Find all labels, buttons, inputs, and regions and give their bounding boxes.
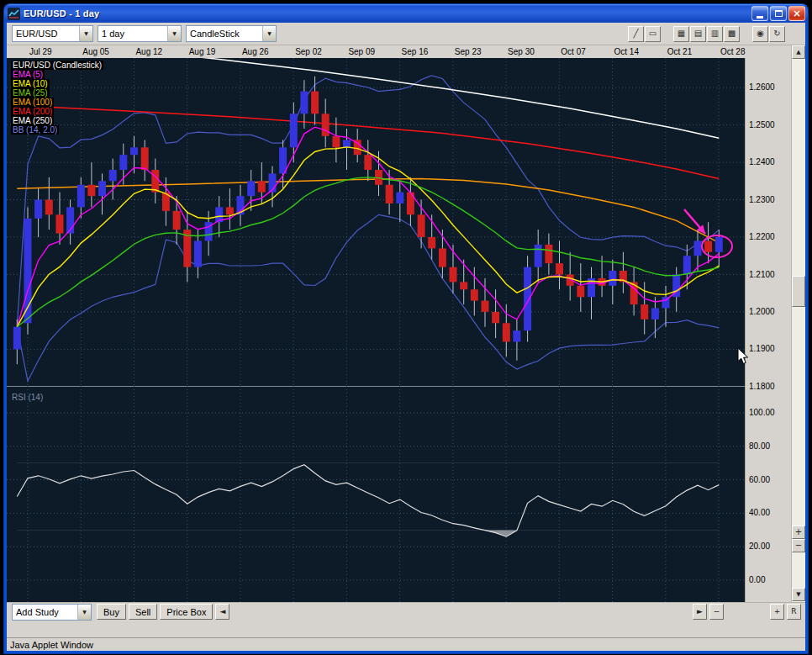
candlestick-chart[interactable]: [7, 58, 745, 386]
add-study-select[interactable]: Add Study ▼: [12, 604, 92, 621]
interval-value: 1 day: [98, 26, 167, 41]
price-box-button[interactable]: Price Box: [160, 604, 213, 620]
rsi-label: RSI (14): [12, 393, 43, 402]
dropdown-arrow-icon[interactable]: ▼: [262, 26, 276, 41]
refresh-icon: ↻: [773, 29, 780, 38]
minimize-icon: [757, 16, 763, 18]
sell-button[interactable]: Sell: [129, 604, 157, 620]
layout-grid-icon: ▥: [711, 29, 719, 38]
add-study-value: Add Study: [13, 605, 77, 620]
price-tick-label: 1.2300: [749, 195, 775, 204]
app-icon: [8, 8, 20, 20]
zoom-in-icon: +: [774, 608, 781, 615]
legend-item: BB (14, 2.0): [11, 125, 59, 135]
dropdown-arrow-icon[interactable]: ▼: [77, 605, 91, 620]
x-tick-label: Sep 30: [508, 47, 535, 56]
legend-item: EMA (5): [11, 70, 45, 79]
maximize-button[interactable]: [770, 6, 787, 21]
scroll-down-icon: ▼: [796, 592, 800, 598]
x-axis: Jul 29Aug 05Aug 12Aug 19Aug 26Sep 02Sep …: [7, 45, 791, 58]
x-tick-label: Sep 23: [455, 47, 482, 56]
legend-item: EMA (200): [11, 107, 54, 116]
interval-select[interactable]: 1 day ▼: [98, 25, 182, 42]
price-tick-label: 1.1900: [749, 344, 775, 353]
x-tick-label: Oct 21: [667, 47, 692, 56]
x-tick-label: Sep 09: [348, 47, 375, 56]
price-tick-label: 1.2000: [749, 307, 775, 316]
zoom-out-icon: −: [795, 541, 802, 550]
x-tick-label: Aug 12: [135, 47, 162, 56]
buy-button[interactable]: Buy: [97, 604, 126, 620]
refresh-button[interactable]: ↻: [769, 26, 785, 42]
layout-grid-icon: ▦: [678, 29, 685, 38]
trendline-icon: ╱: [633, 29, 638, 38]
zoom-in-time-button[interactable]: +: [770, 604, 784, 620]
zoom-out-time-button[interactable]: −: [709, 604, 724, 620]
layout-grid-icon: ▤: [694, 29, 702, 38]
symbol-select[interactable]: EUR/USD ▼: [12, 25, 93, 42]
zoom-in-button[interactable]: +: [792, 526, 805, 539]
price-tick-label: 1.1800: [749, 382, 775, 391]
x-tick-label: Aug 19: [189, 47, 216, 56]
x-tick-label: Sep 02: [295, 47, 322, 56]
x-tick-label: Oct 28: [720, 47, 745, 56]
layout-grid-button-3[interactable]: ▥: [707, 26, 723, 42]
chart-type-select[interactable]: CandleStick ▼: [186, 25, 277, 42]
legend-item: EMA (100): [11, 98, 54, 107]
bottom-toolbar: Add Study ▼ Buy Sell Price Box ◄ ► − + R: [7, 602, 805, 621]
scroll-right-icon: ►: [697, 608, 703, 615]
x-tick-label: Aug 26: [242, 47, 269, 56]
x-tick-label: Oct 14: [614, 47, 639, 56]
layout-grid-icon: ▩: [728, 29, 736, 38]
scroll-left-button[interactable]: ◄: [215, 604, 229, 620]
x-tick-label: Jul 29: [29, 47, 52, 56]
close-icon: ×: [793, 8, 801, 18]
rsi-panel[interactable]: RSI (14): [7, 386, 745, 602]
scroll-left-icon: ◄: [219, 608, 225, 615]
zoom-out-icon: −: [714, 608, 720, 615]
layout-grid-button-4[interactable]: ▩: [724, 26, 740, 42]
annotation-icon: ▭: [649, 29, 656, 38]
chart-toolbar: EUR/USD ▼ 1 day ▼ CandleStick ▼ ╱ ▭ ▦ ▤ …: [7, 23, 805, 45]
zoom-mode-button[interactable]: ◉: [752, 26, 768, 42]
symbol-value: EUR/USD: [13, 26, 79, 41]
rsi-tick-label: 100.00: [749, 408, 775, 417]
layout-grid-button-1[interactable]: ▦: [673, 26, 689, 42]
x-tick-label: Sep 16: [402, 47, 429, 56]
app-window: EUR/USD - 1 day × EUR/USD ▼ 1 day ▼ Cand…: [4, 4, 808, 653]
scroll-right-button[interactable]: ►: [693, 604, 707, 620]
status-bar: Java Applet Window: [7, 637, 805, 651]
x-tick-label: Aug 05: [82, 47, 109, 56]
scroll-up-icon: ▲: [796, 50, 800, 55]
main-chart[interactable]: EUR/USD (Candlestick)EMA (5)EMA (10)EMA …: [7, 58, 745, 386]
bottom-filler: [7, 621, 805, 637]
reset-icon: R: [791, 608, 796, 615]
layout-grid-button-2[interactable]: ▤: [690, 26, 706, 42]
trendline-tool-button[interactable]: ╱: [628, 26, 644, 42]
zoom-out-button[interactable]: −: [792, 539, 805, 552]
reset-button[interactable]: R: [787, 604, 801, 620]
legend-item: EMA (250): [11, 116, 54, 125]
legend-item: EUR/USD (Candlestick): [11, 61, 103, 70]
scroll-down-button[interactable]: ▼: [792, 588, 805, 601]
chart-region: Jul 29Aug 05Aug 12Aug 19Aug 26Sep 02Sep …: [7, 45, 805, 602]
close-button[interactable]: ×: [788, 6, 805, 21]
vertical-scrollbar[interactable]: ▲ + − ▼: [791, 45, 805, 602]
price-tick-label: 1.2500: [749, 120, 775, 129]
rsi-tick-label: 40.00: [749, 508, 770, 517]
minimize-button[interactable]: [751, 6, 768, 21]
price-tick-label: 1.2600: [749, 82, 775, 92]
title-bar[interactable]: EUR/USD - 1 day ×: [4, 4, 808, 23]
rsi-chart[interactable]: [7, 386, 745, 602]
scroll-up-button[interactable]: ▲: [792, 45, 805, 59]
annotation-tool-button[interactable]: ▭: [645, 26, 661, 42]
zoom-in-icon: +: [795, 528, 802, 536]
dropdown-arrow-icon[interactable]: ▼: [167, 26, 181, 41]
legend-item: EMA (25): [11, 88, 50, 98]
status-text: Java Applet Window: [10, 640, 93, 650]
rsi-tick-label: 0.00: [749, 575, 765, 584]
window-body: EUR/USD ▼ 1 day ▼ CandleStick ▼ ╱ ▭ ▦ ▤ …: [7, 23, 805, 651]
dropdown-arrow-icon[interactable]: ▼: [79, 26, 92, 41]
scrollbar-thumb[interactable]: [792, 276, 805, 307]
price-tick-label: 1.2200: [749, 232, 775, 241]
